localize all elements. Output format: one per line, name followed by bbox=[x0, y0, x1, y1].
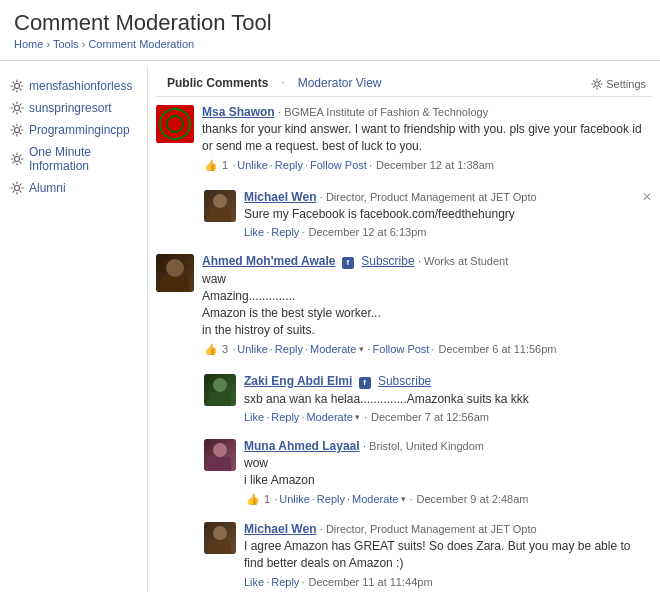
unlike-link[interactable]: Unlike bbox=[237, 159, 268, 171]
sidebar-item-label-5: Alumni bbox=[29, 181, 66, 195]
comment-body: Muna Ahmed Layaal · Bristol, United King… bbox=[244, 439, 652, 506]
comment-meta: · BGMEA Institute of Fashion & Technolog… bbox=[278, 106, 488, 118]
svg-point-2 bbox=[15, 128, 20, 133]
sidebar-item-programmingincpp[interactable]: Programmingincpp bbox=[0, 119, 147, 141]
moderate-link[interactable]: Moderate bbox=[306, 411, 352, 423]
thumbs-up-icon: 👍 bbox=[204, 159, 218, 172]
like-link[interactable]: Like bbox=[244, 576, 264, 588]
comment-timestamp: December 7 at 12:56am bbox=[371, 411, 489, 423]
comment-body: Michael Wen · Director, Product Manageme… bbox=[244, 522, 652, 588]
comment-author[interactable]: Msa Shawon bbox=[202, 105, 275, 119]
avatar bbox=[204, 374, 236, 406]
moderate-arrow-icon: ▾ bbox=[401, 494, 406, 504]
sidebar-item-label-2: sunspringresort bbox=[29, 101, 112, 115]
comment-header: ✕ Michael Wen · Director, Product Manage… bbox=[244, 190, 652, 204]
comment-item-nested: Michael Wen · Director, Product Manageme… bbox=[204, 522, 652, 592]
comment-text: sxb ana wan ka helaa..............Amazon… bbox=[244, 391, 652, 408]
comment-actions: 👍 1 · Unlike · Reply · Moderate ▾ · Dece… bbox=[244, 493, 652, 506]
comment-header: Ahmed Moh'med Awale f Subscribe · Works … bbox=[202, 254, 652, 269]
sidebar-item-label: mensfashionforless bbox=[29, 79, 132, 93]
gear-icon bbox=[10, 79, 24, 93]
subscribe-link[interactable]: Subscribe bbox=[361, 254, 414, 268]
unlike-link[interactable]: Unlike bbox=[237, 343, 268, 355]
avatar bbox=[156, 254, 194, 292]
comment-body: Msa Shawon · BGMEA Institute of Fashion … bbox=[202, 105, 652, 172]
gear-icon-3 bbox=[10, 123, 24, 137]
subscribe-badge: f bbox=[342, 257, 354, 269]
avatar bbox=[204, 190, 236, 222]
reply-link[interactable]: Reply bbox=[271, 411, 299, 423]
avatar bbox=[204, 522, 236, 554]
comment-body: Ahmed Moh'med Awale f Subscribe · Works … bbox=[202, 254, 652, 355]
comment-timestamp: December 6 at 11:56pm bbox=[438, 343, 556, 355]
breadcrumb-home[interactable]: Home bbox=[14, 38, 43, 50]
sidebar-item-label-4: One Minute Information bbox=[29, 145, 137, 173]
like-link[interactable]: Like bbox=[244, 226, 264, 238]
sidebar: mensfashionforless sunspringresort Progr… bbox=[0, 67, 148, 592]
comment-meta: · Director, Product Management at JET Op… bbox=[320, 191, 537, 203]
breadcrumb-tools[interactable]: Tools bbox=[53, 38, 79, 50]
comment-item-nested: Muna Ahmed Layaal · Bristol, United King… bbox=[204, 439, 652, 514]
comment-item: Msa Shawon · BGMEA Institute of Fashion … bbox=[156, 105, 652, 180]
comment-body: ✕ Michael Wen · Director, Product Manage… bbox=[244, 190, 652, 239]
reply-link[interactable]: Reply bbox=[317, 493, 345, 505]
reply-link[interactable]: Reply bbox=[275, 159, 303, 171]
comment-meta: · Works at Student bbox=[418, 255, 508, 267]
sidebar-item-sunspringresort[interactable]: sunspringresort bbox=[0, 97, 147, 119]
sidebar-item-oneminute[interactable]: One Minute Information bbox=[0, 141, 147, 177]
comment-text: I agree Amazon has GREAT suits! So does … bbox=[244, 538, 652, 572]
moderate-arrow-icon: ▾ bbox=[359, 344, 364, 354]
comment-header: Muna Ahmed Layaal · Bristol, United King… bbox=[244, 439, 652, 453]
comment-meta: · Bristol, United Kingdom bbox=[363, 440, 484, 452]
svg-point-3 bbox=[15, 157, 20, 162]
comment-item: Ahmed Moh'med Awale f Subscribe · Works … bbox=[156, 254, 652, 363]
comment-author[interactable]: Michael Wen bbox=[244, 522, 316, 536]
moderate-link[interactable]: Moderate bbox=[310, 343, 356, 355]
comment-actions: 👍 1 · Unlike · Reply · Follow Post · Dec… bbox=[202, 159, 652, 172]
thumbs-up-icon: 👍 bbox=[246, 493, 260, 506]
comment-actions: Like · Reply · December 12 at 6:13pm bbox=[244, 226, 652, 238]
svg-point-1 bbox=[15, 106, 20, 111]
sidebar-item-mensfashionforless[interactable]: mensfashionforless bbox=[0, 75, 147, 97]
comment-author[interactable]: Muna Ahmed Layaal bbox=[244, 439, 360, 453]
gear-icon-5 bbox=[10, 181, 24, 195]
avatar bbox=[156, 105, 194, 143]
reply-link[interactable]: Reply bbox=[271, 226, 299, 238]
reply-link[interactable]: Reply bbox=[271, 576, 299, 588]
comment-actions: 👍 3 · Unlike · Reply · Moderate ▾ · Foll… bbox=[202, 343, 652, 356]
svg-point-4 bbox=[15, 186, 20, 191]
comment-author[interactable]: Zaki Eng Abdi Elmi bbox=[244, 374, 352, 388]
thumbs-up-icon: 👍 bbox=[204, 343, 218, 356]
settings-label: Settings bbox=[606, 78, 646, 90]
comment-meta: · Director, Product Management at JET Op… bbox=[320, 523, 537, 535]
gear-icon-2 bbox=[10, 101, 24, 115]
page-title: Comment Moderation Tool bbox=[14, 10, 646, 36]
reply-link[interactable]: Reply bbox=[275, 343, 303, 355]
page-header: Comment Moderation Tool Home › Tools › C… bbox=[0, 0, 660, 54]
follow-post-link[interactable]: Follow Post bbox=[373, 343, 430, 355]
svg-point-0 bbox=[15, 84, 20, 89]
comment-author[interactable]: Ahmed Moh'med Awale bbox=[202, 254, 336, 268]
tab-moderator-view[interactable]: Moderator View bbox=[287, 71, 393, 96]
avatar bbox=[204, 439, 236, 471]
sidebar-item-label-3: Programmingincpp bbox=[29, 123, 130, 137]
moderate-arrow-icon: ▾ bbox=[355, 412, 360, 422]
sidebar-item-alumni[interactable]: Alumni bbox=[0, 177, 147, 199]
moderate-link[interactable]: Moderate bbox=[352, 493, 398, 505]
comment-text: wawAmazing..............Amazon is the be… bbox=[202, 271, 652, 338]
comment-text: Sure my Facebook is facebook.com/feedthe… bbox=[244, 206, 652, 223]
tab-public-comments[interactable]: Public Comments bbox=[156, 71, 279, 96]
svg-point-5 bbox=[595, 81, 599, 85]
breadcrumb: Home › Tools › Comment Moderation bbox=[14, 38, 646, 50]
unlike-link[interactable]: Unlike bbox=[279, 493, 310, 505]
like-link[interactable]: Like bbox=[244, 411, 264, 423]
settings-gear-icon bbox=[591, 78, 603, 90]
comment-author[interactable]: Michael Wen bbox=[244, 190, 316, 204]
delete-button[interactable]: ✕ bbox=[642, 190, 652, 204]
breadcrumb-moderation[interactable]: Comment Moderation bbox=[88, 38, 194, 50]
settings-link[interactable]: Settings bbox=[591, 78, 652, 90]
subscribe-link[interactable]: Subscribe bbox=[378, 374, 431, 388]
follow-post-link[interactable]: Follow Post bbox=[310, 159, 367, 171]
main-layout: mensfashionforless sunspringresort Progr… bbox=[0, 67, 660, 592]
comment-body: Zaki Eng Abdi Elmi f Subscribe sxb ana w… bbox=[244, 374, 652, 424]
